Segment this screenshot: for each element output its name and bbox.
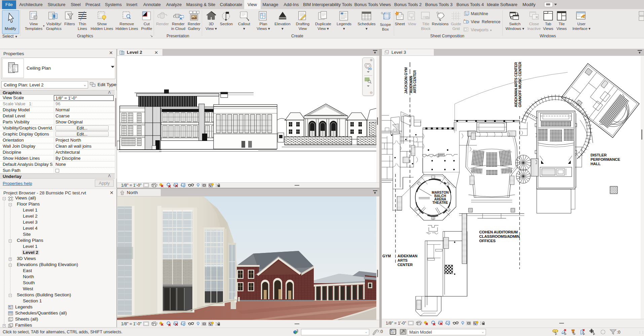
svg-text:1/8" = 1'-0": 1/8" = 1'-0" [386, 321, 406, 326]
svg-text:COHEN AUDITORIUM: COHEN AUDITORIUM [479, 230, 518, 234]
svg-text:OFFICES: OFFICES [479, 239, 496, 243]
svg-text:JACKSON GYM: JACKSON GYM [404, 67, 408, 94]
svg-text:THEATRE: THEATRE [432, 201, 448, 204]
svg-text:1/8" = 1'-0": 1/8" = 1'-0" [121, 183, 142, 188]
svg-text:HALL: HALL [591, 162, 601, 166]
svg-text:GRANOFF MUSIC CENTER: GRANOFF MUSIC CENTER [518, 62, 522, 107]
svg-text:Modify: Modify [5, 27, 16, 31]
svg-text:1/8" = 1'-0": 1/8" = 1'-0" [121, 322, 142, 326]
svg-text:AIDEKMAN: AIDEKMAN [409, 76, 413, 93]
svg-text:GYM: GYM [382, 254, 391, 258]
svg-text::0: :0 [617, 330, 620, 335]
svg-text:AIDEKMAN: AIDEKMAN [397, 254, 417, 258]
svg-text:PERFORMANCE: PERFORMANCE [591, 157, 620, 161]
svg-text:AIDEKMAN ARTS CENTER: AIDEKMAN ARTS CENTER [514, 62, 518, 107]
svg-text:ARTS: ARTS [397, 258, 408, 262]
svg-text:CLASSROOMS/ADMIN: CLASSROOMS/ADMIN [479, 234, 520, 238]
svg-text:ARTS CENTER: ARTS CENTER [413, 70, 417, 93]
svg-text:CENTER: CENTER [397, 263, 413, 267]
svg-text:DISTLER: DISTLER [591, 153, 607, 157]
